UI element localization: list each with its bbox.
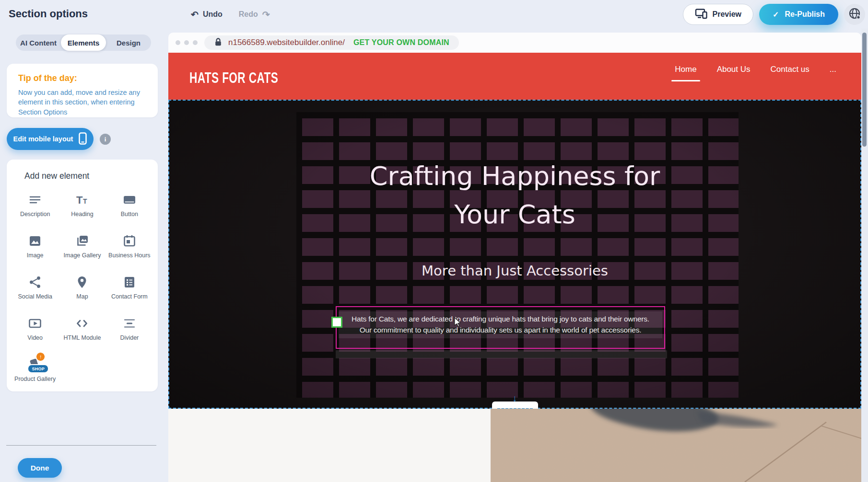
undo-icon: ↶ [191, 10, 199, 19]
window-dot [176, 40, 180, 45]
description-icon [27, 192, 43, 208]
element-button[interactable]: Button [106, 189, 153, 228]
map-icon [74, 274, 90, 290]
tip-of-the-day-card: Tip of the day: Now you can add, move an… [7, 64, 158, 117]
element-heading[interactable]: T T Heading [59, 189, 106, 228]
scrollbar-thumb[interactable] [862, 33, 867, 147]
panel-tabs: AI Content Elements Design [16, 34, 151, 51]
republish-label: Re-Publish [785, 10, 825, 19]
element-image-gallery[interactable]: Image Gallery [59, 230, 106, 269]
element-description[interactable]: Description [12, 189, 59, 228]
add-element-title: Add new element [24, 171, 153, 181]
site-url: n1566589.websitebuilder.online/ [228, 38, 345, 47]
window-dot [184, 40, 189, 45]
hero-section-selected[interactable]: Crafting Happiness for Your Cats More th… [168, 100, 861, 409]
element-product-gallery[interactable]: ↑ SHOP Product Gallery [12, 354, 59, 393]
nav-about-us[interactable]: About Us [717, 65, 751, 74]
undo-label: Undo [203, 10, 223, 19]
element-map[interactable]: Map [59, 271, 106, 310]
element-business-hours[interactable]: Business Hours [106, 230, 153, 269]
element-video[interactable]: Video [12, 312, 59, 352]
tab-design[interactable]: Design [106, 34, 151, 51]
element-divider[interactable]: Divider [106, 312, 153, 352]
paragraph-hover-strip [336, 350, 667, 358]
nav-contact-us[interactable]: Contact us [771, 65, 809, 74]
page-title: Section options [9, 8, 88, 20]
add-element-card: Add new element Description T T Heading [7, 160, 158, 391]
get-domain-link[interactable]: GET YOUR OWN DOMAIN [353, 38, 449, 47]
redo-label: Redo [239, 10, 258, 19]
html-module-icon [74, 315, 90, 332]
tip-title: Tip of the day: [18, 73, 146, 83]
history-controls: ↶ Undo Redo ↷ [191, 0, 270, 29]
undo-button[interactable]: ↶ Undo [191, 10, 223, 19]
arrow-down-icon: ↓ [513, 394, 517, 403]
next-section-background [168, 409, 491, 482]
done-label: Done [31, 464, 49, 472]
language-globe-button[interactable] [844, 4, 865, 25]
site-nav: Home About Us Contact us ... [675, 53, 836, 86]
lock-icon [214, 37, 223, 48]
image-gallery-icon [74, 233, 90, 249]
product-gallery-icon: ↑ SHOP [27, 356, 43, 373]
check-icon: ✓ [773, 10, 779, 19]
hero-shade-overlay [169, 101, 860, 408]
button-icon [121, 192, 138, 208]
contact-form-icon [121, 274, 138, 290]
tab-ai-content[interactable]: AI Content [16, 34, 61, 51]
svg-text:T: T [76, 194, 83, 206]
window-dot [193, 40, 198, 45]
element-image[interactable]: Image [12, 230, 59, 269]
heading-icon: T T [74, 192, 90, 208]
nav-home[interactable]: Home [675, 65, 696, 74]
element-social-media[interactable]: Social Media [12, 271, 59, 310]
business-hours-icon [121, 233, 138, 249]
hero-paragraph: Hats for Cats, we are dedicated to craft… [327, 313, 674, 335]
phone-icon [79, 132, 87, 146]
element-html-module[interactable]: HTML Module [59, 312, 106, 352]
done-button[interactable]: Done [18, 458, 62, 478]
element-contact-form[interactable]: Contact Form [106, 271, 153, 310]
divider-icon [121, 315, 138, 332]
devices-icon [695, 8, 707, 21]
nav-more[interactable]: ... [830, 65, 836, 74]
info-icon[interactable]: i [100, 134, 111, 145]
floor-photo [491, 409, 861, 482]
tip-body: Now you can add, move and resize any ele… [18, 88, 146, 117]
upgrade-badge: ↑ [36, 352, 45, 361]
site-header: HATS FOR CATS Home About Us Contact us .… [168, 53, 861, 100]
redo-icon: ↷ [262, 10, 270, 19]
svg-text:T: T [83, 197, 87, 205]
site-logo[interactable]: HATS FOR CATS [189, 69, 278, 87]
window-dots [176, 40, 198, 45]
hero-paragraph-line2: Our commitment to quality and individual… [327, 324, 674, 335]
element-grid: Description T T Heading Button [12, 189, 153, 393]
preview-button[interactable]: Preview [683, 4, 753, 25]
hero-heading[interactable]: Crafting Happiness for Your Cats [169, 157, 860, 234]
sidebar-divider [6, 445, 156, 446]
edit-mobile-layout-button[interactable]: Edit mobile layout [7, 128, 94, 150]
tab-elements[interactable]: Elements [61, 34, 106, 51]
hero-subheading[interactable]: More than Just Accessories [169, 263, 860, 279]
mouse-cursor [454, 317, 463, 329]
video-icon [27, 315, 43, 332]
selected-text-element[interactable]: Hats for Cats, we are dedicated to craft… [336, 306, 665, 349]
hero-paragraph-line1: Hats for Cats, we are dedicated to craft… [327, 313, 674, 324]
globe-icon [848, 7, 861, 22]
shop-badge: SHOP [27, 364, 49, 373]
edit-mobile-label: Edit mobile layout [13, 135, 73, 143]
selection-resize-handle[interactable] [331, 317, 342, 328]
image-icon [27, 233, 43, 249]
preview-label: Preview [713, 10, 741, 19]
topbar-actions: Preview ✓ Re-Publish [683, 4, 865, 25]
republish-button[interactable]: ✓ Re-Publish [759, 4, 838, 25]
browser-chrome: n1566589.websitebuilder.online/ GET YOUR… [168, 33, 861, 53]
redo-button[interactable]: Redo ↷ [239, 10, 270, 19]
social-media-icon [27, 274, 43, 290]
address-bar[interactable]: n1566589.websitebuilder.online/ GET YOUR… [204, 35, 459, 50]
